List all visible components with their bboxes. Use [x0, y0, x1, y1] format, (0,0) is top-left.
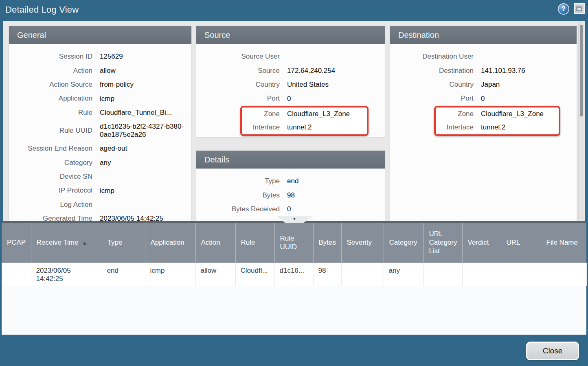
field-row-destination-zone: Zone Cloudflare_L3_Zone [436, 107, 559, 121]
field-label: Session ID [9, 53, 92, 61]
table-row[interactable]: 2023/06/05 14:42:25 end icmp allow Cloud… [2, 263, 586, 286]
log-table-section: PCAP Receive Time▲ Type Application Acti… [2, 221, 586, 335]
destination-panel-header: Destination [390, 26, 577, 44]
field-value: from-policy [100, 81, 191, 89]
field-value: 125629 [100, 53, 191, 61]
field-label: Action Source [9, 81, 92, 89]
vertical-scrollbar[interactable] [578, 22, 584, 220]
field-row-source: Source 172.64.240.254 [196, 64, 385, 77]
col-header-label: Bytes [319, 239, 336, 246]
col-header-severity[interactable]: Severity [341, 223, 384, 263]
cell-receive-time: 2023/06/05 14:42:25 [31, 263, 102, 286]
field-value: 172.64.240.254 [287, 67, 385, 75]
col-header-label: Type [108, 239, 123, 246]
col-header-bytes[interactable]: Bytes [313, 223, 341, 263]
field-row-session-end-reason: Session End Reason aged-out [9, 142, 191, 156]
col-header-label: URL [507, 239, 520, 246]
col-header-pcap[interactable]: PCAP [2, 223, 31, 263]
field-row-log-action: Log Action [9, 198, 191, 212]
field-value: allow [100, 67, 191, 75]
field-value: 2023/06/05 14:42:25 [100, 215, 191, 221]
col-header-label: Verdict [468, 239, 489, 246]
general-panel-header: General [9, 26, 191, 44]
col-header-label: PCAP [7, 239, 26, 246]
field-label: Country [390, 81, 474, 89]
cell-action: allow [195, 263, 235, 286]
field-value: tunnel.2 [481, 123, 559, 131]
log-table: PCAP Receive Time▲ Type Application Acti… [2, 223, 587, 286]
col-header-label: Rule UUID [280, 235, 297, 251]
col-header-label: Rule [241, 239, 255, 246]
col-header-application[interactable]: Application [145, 223, 195, 263]
field-row-source-interface: Interface tunnel.2 [242, 121, 367, 134]
source-panel: Source Source User Source 172.64.240.254… [196, 26, 385, 137]
field-label: Application [9, 94, 92, 103]
vertical-scrollbar-thumb[interactable] [580, 25, 583, 116]
details-panel-body: Type end Bytes 98 Bytes Received 0 [196, 169, 385, 216]
cell-verdict [462, 263, 501, 286]
field-row-source-country: Country United States [196, 78, 385, 92]
field-label: Bytes [196, 191, 280, 199]
field-value: Cloudflare_Tunnel_Bi... [100, 109, 191, 117]
general-panel: General Session ID 125629 Action allow A… [9, 26, 191, 221]
cell-rule-uuid: d1c16... [274, 263, 313, 286]
general-panel-body: Session ID 125629 Action allow Action So… [9, 44, 191, 221]
cell-category: any [384, 263, 423, 286]
detailed-log-view-dialog: { "colors": { "teal_chrome": "#31688a", … [0, 0, 588, 366]
field-row-source-port: Port 0 [196, 92, 385, 105]
title-bar: Detailed Log View ? [0, 0, 588, 21]
field-label: Action [9, 67, 92, 75]
field-label: Type [196, 177, 280, 185]
help-icon[interactable]: ? [558, 3, 569, 15]
field-label: Bytes Received [196, 205, 280, 213]
col-header-label: Receive Time [37, 239, 79, 246]
field-value: Japan [481, 81, 577, 89]
cell-type: end [102, 263, 145, 286]
field-label: IP Protocol [9, 186, 92, 195]
col-header-url-category-list[interactable]: URL Category List [423, 223, 462, 263]
field-value: tunnel.2 [287, 123, 367, 131]
source-zone-interface-highlight: Zone Cloudflare_L3_Zone Interface tunnel… [240, 106, 369, 136]
cell-file-name [541, 263, 586, 286]
field-label: Rule UUID [9, 127, 92, 135]
field-label: Port [390, 94, 474, 103]
field-row-destination-interface: Interface tunnel.2 [436, 121, 559, 134]
field-row-session-id: Session ID 125629 [9, 50, 191, 64]
col-header-label: Action [201, 239, 220, 246]
col-header-type[interactable]: Type [102, 223, 145, 263]
field-value: icmp [100, 95, 191, 103]
sort-ascending-icon: ▲ [82, 240, 87, 246]
field-value: Cloudflare_L3_Zone [287, 110, 367, 118]
field-label: Category [9, 159, 92, 167]
field-row-ip-protocol: IP Protocol icmp [9, 184, 191, 197]
col-header-label: URL Category List [429, 230, 457, 255]
field-row-destination-user: Destination User [390, 50, 577, 64]
field-value: 0 [287, 95, 385, 103]
cell-pcap [2, 263, 31, 286]
cell-url [501, 263, 541, 286]
field-value: 0 [287, 205, 385, 213]
field-value: 141.101.93.76 [481, 67, 577, 75]
destination-zone-interface-highlight: Zone Cloudflare_L3_Zone Interface tunnel… [434, 106, 560, 136]
col-header-category[interactable]: Category [384, 223, 423, 263]
col-header-file-name[interactable]: File Name [541, 223, 586, 263]
cell-bytes: 98 [313, 263, 341, 286]
help-icon-glyph: ? [562, 5, 566, 13]
field-row-action: Action allow [9, 64, 191, 77]
window-restore-icon[interactable] [574, 3, 585, 14]
col-header-rule-uuid[interactable]: Rule UUID [274, 223, 313, 263]
field-label: Destination [390, 67, 474, 75]
col-header-receive-time[interactable]: Receive Time▲ [31, 223, 102, 263]
col-header-label: Category [389, 239, 417, 246]
close-button[interactable]: Close [526, 342, 579, 360]
field-row-rule: Rule Cloudflare_Tunnel_Bi... [9, 106, 191, 120]
field-row-destination: Destination 141.101.93.76 [390, 64, 577, 77]
cell-application: icmp [145, 263, 195, 286]
field-value: d1c16235-b2f2-4327-b380-0ae1875e2a26 [100, 123, 191, 138]
col-header-rule[interactable]: Rule [235, 223, 274, 263]
col-header-url[interactable]: URL [501, 223, 541, 263]
details-panel-header: Details [196, 151, 385, 169]
col-header-action[interactable]: Action [195, 223, 235, 263]
field-value: Cloudflare_L3_Zone [481, 110, 559, 118]
col-header-verdict[interactable]: Verdict [462, 223, 501, 263]
